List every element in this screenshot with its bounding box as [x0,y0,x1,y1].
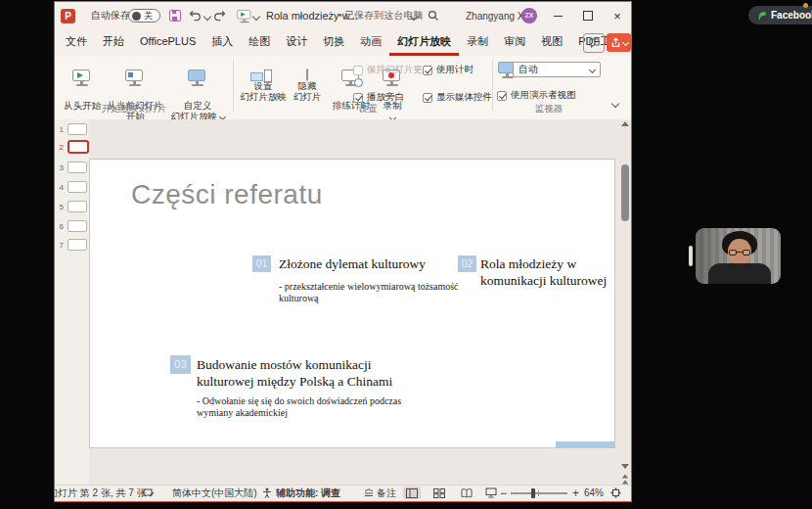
share-icon [610,37,621,48]
monitor-select[interactable]: 自动 [513,62,601,77]
facebook-notification-chip[interactable]: Facebook [748,6,812,24]
zoom-out-button[interactable]: − [500,486,507,500]
hide-slide-button[interactable]: 隐藏 幻灯片 [288,59,327,102]
tab-slideshow[interactable]: 幻灯片放映 [389,30,459,56]
autosave-state: 关 [144,10,153,23]
tab-draw[interactable]: 绘图 [241,30,278,56]
tab-transitions[interactable]: 切换 [315,30,352,56]
use-presenter-view-checkbox[interactable]: 使用演示者视图 [497,89,576,102]
previous-slide-button[interactable] [621,474,629,485]
ribbon: 从头开始 从当前幻灯片 开始 自定义 幻灯片放映 开始放映幻灯片 设置 幻灯片放… [55,56,631,120]
avatar[interactable]: ZX [521,8,537,23]
collapse-ribbon-icon[interactable] [611,100,619,108]
maximize-button[interactable] [574,2,602,29]
ribbon-separator [233,60,234,111]
webcam-drag-handle[interactable] [689,246,693,266]
comment-icon [589,38,600,48]
autosave-toggle[interactable]: 关 [128,9,160,23]
thumbnail-slide-5[interactable]: 5 [55,201,87,212]
ribbon-separator [492,60,493,111]
item-03-heading[interactable]: Budowanie mostów komunikacji kulturowej … [197,356,429,390]
setup-slideshow-button[interactable]: 设置 幻灯片放映 [239,59,288,102]
tab-design[interactable]: 设计 [278,30,315,56]
normal-view-icon [406,488,418,498]
notes-button[interactable]: 备注 [364,486,396,500]
from-current-slide-icon [124,69,146,88]
minimize-button[interactable] [544,2,571,29]
slide-decoration-strip [556,441,614,447]
double-up-arrow-icon [622,475,628,479]
checkbox-checked-icon [353,93,363,103]
close-button[interactable]: × [604,2,631,29]
checkbox-checked-icon [423,93,432,103]
item-02-number-badge: 02 [458,255,476,272]
undo-button[interactable] [189,2,202,29]
slide-canvas[interactable]: Części referatu 01 Złożone dylemat kultu… [89,159,615,448]
share-button[interactable] [607,33,631,52]
tab-insert[interactable]: 插入 [203,30,241,56]
slideshow-view-button[interactable] [482,486,500,499]
comment-button[interactable] [583,33,605,53]
item-03-number-badge: 03 [170,355,191,374]
display-settings-icon[interactable] [143,486,155,500]
fit-to-window-button[interactable] [610,486,621,500]
zoom-slider-thumb[interactable] [531,488,535,498]
fit-to-window-icon [610,487,621,498]
thumbnail-slide-4[interactable]: 4 [55,181,87,193]
thumbnail-slide-3[interactable]: 3 [55,162,87,173]
redo-button[interactable] [213,2,226,29]
tab-animations[interactable]: 动画 [352,30,389,56]
facebook-label: Facebook [771,10,812,21]
item-01-subtext[interactable]: - przekształcenie wielowymiarową tożsamo… [279,281,465,304]
checkbox-unchecked-icon [353,66,363,75]
person-torso [708,263,771,284]
item-02-heading[interactable]: Rola młodzieży w komunikacji kulturowej [480,255,609,289]
language-indicator[interactable]: 简体中文(中国大陆) [172,486,257,500]
tab-record[interactable]: 录制 [459,30,496,56]
from-beginning-icon [71,69,93,88]
thumbnail-slide-2-selected[interactable]: 2 [55,140,89,154]
zoom-level[interactable]: 64% [584,486,604,500]
ribbon-tabs: 文件 开始 OfficePLUS 插入 绘图 设计 切换 动画 幻灯片放映 录制… [55,29,631,56]
tab-file[interactable]: 文件 [58,30,95,56]
zoom-in-button[interactable]: + [572,486,579,500]
vertical-scrollbar[interactable] [618,119,631,488]
item-01-heading[interactable]: Złożone dylemat kulturowy [279,255,445,272]
search-icon[interactable] [428,2,439,29]
use-timings-checkbox[interactable]: 使用计时 [423,64,474,76]
status-bar: 幻灯片 第 2 张, 共 7 张 简体中文(中国大陆) 辅助功能: 调查 备注 [55,485,631,501]
person-glasses [729,250,750,256]
tab-review[interactable]: 审阅 [496,30,533,56]
slide-title[interactable]: Części referatu [131,179,323,210]
thumbnail-slide-1[interactable]: 1 [55,123,87,135]
thumbnail-slide-7[interactable]: 7 [55,239,87,251]
group-label-setup: 设置 [250,103,485,116]
slide-sorter-view-button[interactable] [430,486,448,499]
scroll-up-button[interactable] [621,121,629,126]
tab-officeplus[interactable]: OfficePLUS [132,30,203,56]
tab-home[interactable]: 开始 [95,30,132,56]
scrollbar-thumb[interactable] [621,164,629,221]
item-03-subtext[interactable]: - Odwołanie się się do swoich doświadcze… [197,395,416,419]
powerpoint-app-icon[interactable]: P [61,9,75,23]
screen-share-background: P 自动保存 关 Rola młodzieży w... • 已保存到这台电脑 [0,0,812,509]
autosave-label: 自动保存 [91,2,130,29]
scroll-down-button[interactable] [621,464,629,469]
webcam-overlay[interactable] [696,228,781,284]
normal-view-button[interactable] [403,486,421,499]
notes-icon [364,488,374,497]
slideshow-view-icon [485,487,497,498]
share-dropdown-icon [621,39,628,46]
powerpoint-window: P 自动保存 关 Rola młodzieży w... • 已保存到这台电脑 [54,1,632,502]
chevron-down-icon [589,66,596,72]
undo-dropdown-icon[interactable] [203,13,211,21]
reading-view-button[interactable] [458,486,475,499]
checkbox-checked-icon [423,66,432,75]
zoom-slider[interactable] [511,492,567,494]
group-label-monitors: 监视器 [495,103,603,116]
accessibility-status[interactable]: 辅助功能: 调查 [276,486,340,500]
tab-view[interactable]: 视图 [533,30,570,56]
keep-slides-updated-checkbox[interactable]: 保持幻灯片更新 [353,64,432,76]
thumbnail-slide-6[interactable]: 6 [55,220,87,232]
save-icon[interactable] [169,10,181,22]
